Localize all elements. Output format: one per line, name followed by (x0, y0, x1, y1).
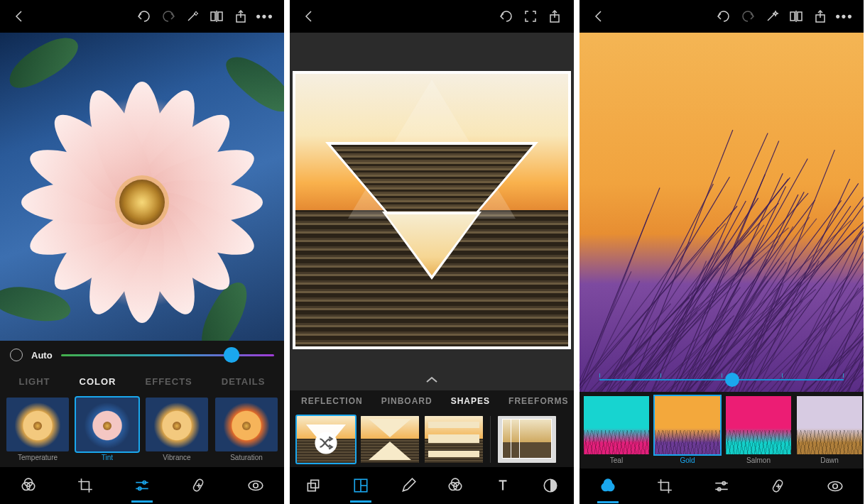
preset-label: Salmon (746, 456, 771, 464)
tab-color[interactable]: COLOR (80, 376, 116, 387)
editor-screen-looks: ••• TealGoldSalmonDawn (580, 0, 864, 504)
mix-category-tabs: REFLECTIONPINBOARDSHAPESFREEFORMS (290, 390, 574, 412)
text-icon[interactable] (486, 469, 519, 502)
svg-rect-21 (311, 480, 319, 488)
auto-label[interactable]: Auto (31, 350, 53, 361)
crop-icon[interactable] (69, 469, 102, 502)
heal-icon[interactable] (762, 470, 795, 503)
svg-point-164 (828, 481, 842, 491)
image-canvas[interactable] (290, 33, 574, 369)
intensity-slider-thumb[interactable] (725, 373, 739, 387)
svg-line-85 (609, 250, 719, 392)
crop-icon[interactable] (648, 470, 681, 503)
compare-icon[interactable] (784, 0, 808, 33)
preset-label: Teal (610, 456, 623, 464)
redo-icon[interactable] (736, 0, 760, 33)
adjustment-thumbnails: TemperatureTintVibranceSaturation (0, 393, 284, 467)
magic-wand-icon[interactable] (760, 0, 784, 33)
pencil-icon[interactable] (392, 469, 425, 502)
svg-point-165 (833, 484, 838, 489)
image-canvas[interactable] (580, 33, 864, 392)
magic-wand-icon[interactable] (180, 0, 205, 33)
svg-line-70 (776, 172, 864, 392)
expand-panel[interactable] (290, 369, 574, 390)
shape-thumb-hourglass[interactable] (361, 416, 419, 463)
adjust-thumb-temperature[interactable]: Temperature (6, 398, 70, 467)
svg-rect-30 (798, 12, 802, 21)
looks-icon[interactable] (439, 469, 472, 502)
tab-reflection[interactable]: REFLECTION (301, 396, 363, 406)
adjust-slider[interactable] (61, 354, 274, 356)
back-icon[interactable] (297, 0, 321, 33)
editor-screen-adjust: ••• Auto LIGHTCOLOREFFECTSDETAILS Temper… (0, 0, 284, 504)
compare-icon[interactable] (205, 0, 229, 33)
top-bar: ••• (580, 0, 864, 33)
back-icon[interactable] (587, 0, 611, 33)
preset-teal[interactable]: Teal (584, 396, 649, 469)
preset-label: Gold (680, 456, 695, 464)
adjust-slider-row: Auto (0, 341, 284, 369)
tab-light[interactable]: LIGHT (19, 376, 50, 387)
auto-toggle-icon[interactable] (10, 349, 23, 361)
back-icon[interactable] (7, 0, 31, 33)
bottom-toolbar (580, 469, 864, 504)
sliders-icon[interactable] (126, 469, 158, 502)
mix-frame (293, 71, 571, 349)
image-canvas[interactable] (0, 33, 284, 341)
shape-thumb-stack[interactable] (498, 416, 556, 463)
undo-icon[interactable] (494, 0, 518, 33)
layout-icon[interactable] (344, 469, 377, 502)
editor-screen-mix: REFLECTIONPINBOARDSHAPESFREEFORMS (290, 0, 574, 504)
preset-label: Dawn (820, 456, 839, 464)
preset-salmon[interactable]: Salmon (726, 396, 791, 469)
mix-thumbnails (290, 412, 574, 467)
svg-point-15 (249, 481, 263, 490)
fullscreen-icon[interactable] (518, 0, 543, 33)
looks-icon[interactable] (12, 469, 45, 502)
adjust-thumb-label: Tint (102, 454, 113, 461)
redeye-icon[interactable] (239, 469, 272, 502)
share-icon[interactable] (543, 0, 567, 33)
looks-icon[interactable] (592, 470, 624, 503)
intensity-slider[interactable] (599, 373, 844, 380)
sliders-icon[interactable] (705, 470, 738, 503)
adjust-thumb-label: Vibrance (163, 454, 190, 461)
tab-freeforms[interactable]: FREEFORMS (508, 396, 568, 406)
layers-icon[interactable] (297, 469, 330, 502)
share-icon[interactable] (808, 0, 832, 33)
top-bar: ••• (0, 0, 284, 33)
share-icon[interactable] (229, 0, 253, 33)
shape-thumb-bars[interactable] (425, 416, 483, 463)
tab-pinboard[interactable]: PINBOARD (381, 396, 432, 406)
adjust-thumb-saturation[interactable]: Saturation (214, 398, 278, 467)
preset-gold[interactable]: Gold (655, 396, 720, 469)
category-tabs: LIGHTCOLOREFFECTSDETAILS (0, 369, 284, 393)
tab-shapes[interactable]: SHAPES (451, 396, 490, 406)
tab-details[interactable]: DETAILS (222, 376, 266, 387)
preset-dawn[interactable]: Dawn (797, 396, 862, 469)
blend-icon[interactable] (534, 469, 567, 502)
tab-effects[interactable]: EFFECTS (146, 376, 192, 387)
preset-thumbnails: TealGoldSalmonDawn (580, 392, 864, 469)
svg-line-153 (616, 177, 790, 392)
more-icon[interactable]: ••• (832, 0, 856, 33)
shape-thumb-shuffle[interactable] (297, 416, 355, 463)
redo-icon[interactable] (156, 0, 180, 33)
heal-icon[interactable] (183, 469, 215, 502)
svg-rect-0 (211, 12, 215, 21)
adjust-thumb-label: Saturation (230, 454, 263, 461)
adjust-slider-thumb[interactable] (224, 347, 239, 363)
undo-icon[interactable] (132, 0, 156, 33)
adjust-thumb-tint[interactable]: Tint (75, 398, 139, 467)
svg-rect-29 (790, 12, 795, 21)
undo-icon[interactable] (712, 0, 736, 33)
top-bar (290, 0, 574, 33)
svg-rect-1 (218, 12, 222, 21)
adjust-thumb-vibrance[interactable]: Vibrance (145, 398, 209, 467)
redeye-icon[interactable] (819, 470, 852, 503)
svg-rect-20 (308, 483, 316, 491)
bottom-toolbar (290, 467, 574, 504)
more-icon[interactable]: ••• (253, 0, 277, 33)
svg-point-16 (254, 483, 259, 488)
svg-point-156 (604, 479, 612, 487)
